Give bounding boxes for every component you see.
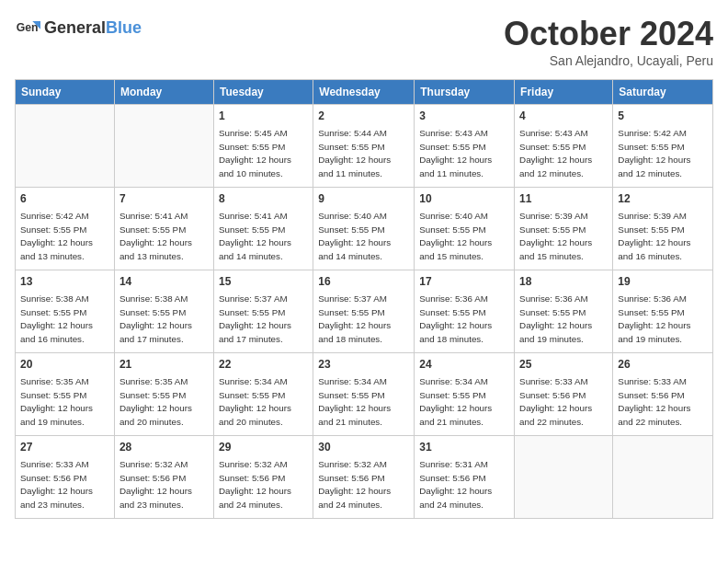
calendar-cell: 14Sunrise: 5:38 AM Sunset: 5:55 PM Dayli…	[114, 270, 213, 353]
day-number: 11	[519, 191, 608, 207]
calendar-cell: 8Sunrise: 5:41 AM Sunset: 5:55 PM Daylig…	[213, 188, 313, 270]
calendar-cell: 21Sunrise: 5:35 AM Sunset: 5:55 PM Dayli…	[114, 353, 213, 436]
calendar-cell: 26Sunrise: 5:33 AM Sunset: 5:56 PM Dayli…	[613, 353, 713, 436]
calendar-cell: 27Sunrise: 5:33 AM Sunset: 5:56 PM Dayli…	[16, 436, 115, 519]
calendar-cell: 12Sunrise: 5:39 AM Sunset: 5:55 PM Dayli…	[613, 188, 713, 270]
day-number: 12	[618, 191, 708, 207]
calendar-cell: 13Sunrise: 5:38 AM Sunset: 5:55 PM Dayli…	[16, 270, 115, 353]
week-row-4: 20Sunrise: 5:35 AM Sunset: 5:55 PM Dayli…	[16, 353, 713, 436]
calendar-cell: 10Sunrise: 5:40 AM Sunset: 5:55 PM Dayli…	[415, 188, 515, 270]
day-number: 25	[519, 357, 608, 373]
day-detail: Sunrise: 5:34 AM Sunset: 5:55 PM Dayligh…	[219, 376, 291, 427]
day-number: 14	[119, 274, 209, 290]
calendar-cell: 6Sunrise: 5:42 AM Sunset: 5:55 PM Daylig…	[16, 188, 115, 270]
weekday-thursday: Thursday	[415, 80, 515, 105]
week-row-2: 6Sunrise: 5:42 AM Sunset: 5:55 PM Daylig…	[16, 188, 713, 270]
day-number: 29	[219, 440, 308, 455]
day-number: 13	[20, 274, 109, 290]
calendar-cell	[114, 105, 213, 188]
day-detail: Sunrise: 5:38 AM Sunset: 5:55 PM Dayligh…	[20, 293, 93, 344]
day-detail: Sunrise: 5:35 AM Sunset: 5:55 PM Dayligh…	[119, 376, 192, 427]
week-row-3: 13Sunrise: 5:38 AM Sunset: 5:55 PM Dayli…	[16, 270, 713, 353]
day-detail: Sunrise: 5:33 AM Sunset: 5:56 PM Dayligh…	[618, 376, 690, 427]
week-row-5: 27Sunrise: 5:33 AM Sunset: 5:56 PM Dayli…	[16, 436, 713, 519]
calendar-cell	[613, 436, 713, 519]
day-number: 18	[519, 274, 608, 290]
day-detail: Sunrise: 5:34 AM Sunset: 5:55 PM Dayligh…	[318, 376, 391, 427]
logo-blue: Blue	[106, 18, 142, 38]
weekday-friday: Friday	[515, 80, 613, 105]
calendar-cell: 22Sunrise: 5:34 AM Sunset: 5:55 PM Dayli…	[213, 353, 313, 436]
calendar-cell: 20Sunrise: 5:35 AM Sunset: 5:55 PM Dayli…	[16, 353, 115, 436]
day-number: 9	[318, 191, 409, 207]
day-detail: Sunrise: 5:37 AM Sunset: 5:55 PM Dayligh…	[318, 293, 391, 344]
day-detail: Sunrise: 5:45 AM Sunset: 5:55 PM Dayligh…	[219, 128, 291, 178]
calendar-cell	[515, 436, 613, 519]
day-number: 27	[20, 440, 109, 455]
day-number: 15	[219, 274, 308, 290]
logo: Gen General Blue	[15, 15, 142, 40]
weekday-header-row: SundayMondayTuesdayWednesdayThursdayFrid…	[16, 80, 713, 105]
day-number: 16	[318, 274, 409, 290]
day-number: 21	[119, 357, 209, 373]
day-number: 7	[119, 191, 209, 207]
day-detail: Sunrise: 5:38 AM Sunset: 5:55 PM Dayligh…	[119, 293, 192, 344]
calendar-cell	[16, 105, 115, 188]
day-number: 10	[419, 191, 509, 207]
month-title: October 2024	[504, 15, 713, 53]
day-number: 1	[219, 109, 308, 124]
week-row-1: 1Sunrise: 5:45 AM Sunset: 5:55 PM Daylig…	[16, 105, 713, 188]
calendar: SundayMondayTuesdayWednesdayThursdayFrid…	[15, 79, 713, 519]
day-detail: Sunrise: 5:43 AM Sunset: 5:55 PM Dayligh…	[519, 128, 592, 178]
calendar-cell: 7Sunrise: 5:41 AM Sunset: 5:55 PM Daylig…	[114, 188, 213, 270]
location-title: San Alejandro, Ucayali, Peru	[504, 53, 713, 68]
calendar-cell: 30Sunrise: 5:32 AM Sunset: 5:56 PM Dayli…	[313, 436, 415, 519]
day-detail: Sunrise: 5:32 AM Sunset: 5:56 PM Dayligh…	[219, 459, 291, 510]
calendar-cell: 2Sunrise: 5:44 AM Sunset: 5:55 PM Daylig…	[313, 105, 415, 188]
header: Gen General Blue October 2024 San Alejan…	[15, 15, 713, 68]
day-number: 6	[20, 191, 109, 207]
day-detail: Sunrise: 5:31 AM Sunset: 5:56 PM Dayligh…	[419, 459, 492, 510]
calendar-cell: 17Sunrise: 5:36 AM Sunset: 5:55 PM Dayli…	[415, 270, 515, 353]
day-detail: Sunrise: 5:33 AM Sunset: 5:56 PM Dayligh…	[519, 376, 592, 427]
day-detail: Sunrise: 5:36 AM Sunset: 5:55 PM Dayligh…	[419, 293, 492, 344]
calendar-cell: 3Sunrise: 5:43 AM Sunset: 5:55 PM Daylig…	[415, 105, 515, 188]
calendar-cell: 9Sunrise: 5:40 AM Sunset: 5:55 PM Daylig…	[313, 188, 415, 270]
day-detail: Sunrise: 5:32 AM Sunset: 5:56 PM Dayligh…	[318, 459, 391, 510]
day-number: 19	[618, 274, 708, 290]
weekday-sunday: Sunday	[16, 80, 115, 105]
day-detail: Sunrise: 5:36 AM Sunset: 5:55 PM Dayligh…	[519, 293, 592, 344]
weekday-saturday: Saturday	[613, 80, 713, 105]
calendar-cell: 4Sunrise: 5:43 AM Sunset: 5:55 PM Daylig…	[515, 105, 613, 188]
day-detail: Sunrise: 5:40 AM Sunset: 5:55 PM Dayligh…	[318, 211, 391, 261]
day-number: 28	[119, 440, 209, 455]
day-detail: Sunrise: 5:33 AM Sunset: 5:56 PM Dayligh…	[20, 459, 93, 510]
calendar-cell: 28Sunrise: 5:32 AM Sunset: 5:56 PM Dayli…	[114, 436, 213, 519]
calendar-cell: 24Sunrise: 5:34 AM Sunset: 5:55 PM Dayli…	[415, 353, 515, 436]
day-detail: Sunrise: 5:42 AM Sunset: 5:55 PM Dayligh…	[20, 211, 93, 261]
day-number: 4	[519, 109, 608, 124]
day-detail: Sunrise: 5:39 AM Sunset: 5:55 PM Dayligh…	[519, 211, 592, 261]
day-number: 2	[318, 109, 409, 124]
day-detail: Sunrise: 5:35 AM Sunset: 5:55 PM Dayligh…	[20, 376, 93, 427]
day-number: 22	[219, 357, 308, 373]
day-detail: Sunrise: 5:41 AM Sunset: 5:55 PM Dayligh…	[219, 211, 291, 261]
calendar-cell: 23Sunrise: 5:34 AM Sunset: 5:55 PM Dayli…	[313, 353, 415, 436]
calendar-cell: 11Sunrise: 5:39 AM Sunset: 5:55 PM Dayli…	[515, 188, 613, 270]
weekday-monday: Monday	[114, 80, 213, 105]
weekday-tuesday: Tuesday	[213, 80, 313, 105]
day-number: 17	[419, 274, 509, 290]
day-detail: Sunrise: 5:41 AM Sunset: 5:55 PM Dayligh…	[119, 211, 192, 261]
day-number: 3	[419, 109, 509, 124]
day-detail: Sunrise: 5:34 AM Sunset: 5:55 PM Dayligh…	[419, 376, 492, 427]
calendar-cell: 18Sunrise: 5:36 AM Sunset: 5:55 PM Dayli…	[515, 270, 613, 353]
day-detail: Sunrise: 5:36 AM Sunset: 5:55 PM Dayligh…	[618, 293, 690, 344]
calendar-cell: 16Sunrise: 5:37 AM Sunset: 5:55 PM Dayli…	[313, 270, 415, 353]
day-detail: Sunrise: 5:32 AM Sunset: 5:56 PM Dayligh…	[119, 459, 192, 510]
day-number: 20	[20, 357, 109, 373]
calendar-cell: 25Sunrise: 5:33 AM Sunset: 5:56 PM Dayli…	[515, 353, 613, 436]
day-detail: Sunrise: 5:42 AM Sunset: 5:55 PM Dayligh…	[618, 128, 690, 178]
day-number: 31	[419, 440, 509, 455]
day-number: 30	[318, 440, 409, 455]
logo-general: General	[44, 18, 106, 38]
